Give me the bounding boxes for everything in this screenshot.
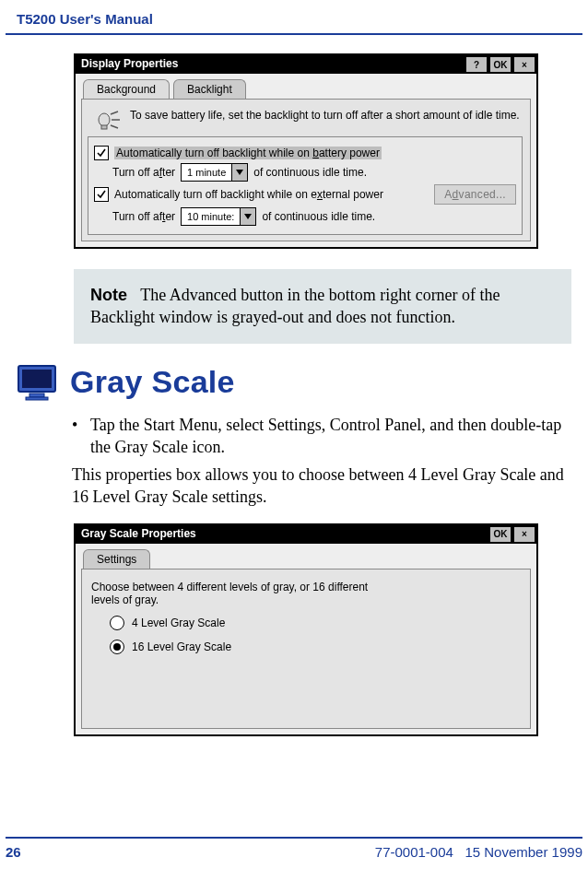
doc-id: 77-0001-004 15 November 1999: [375, 844, 582, 860]
battery-checkbox[interactable]: [94, 146, 109, 160]
backlight-options: Automatically turn off backlight while o…: [88, 136, 523, 235]
external-time-value: 10 minute:: [182, 211, 240, 222]
chevron-down-icon: [240, 208, 255, 225]
tab-strip: Settings: [76, 544, 536, 569]
external-idle-suffix: of continuous idle time.: [262, 210, 375, 223]
gray-scale-properties-window: Gray Scale Properties OK × Settings Choo…: [74, 523, 538, 736]
radio-group: 4 Level Gray Scale 16 Level Gray Scale: [110, 616, 523, 654]
ok-button[interactable]: OK: [489, 56, 512, 73]
svg-rect-1: [101, 125, 107, 129]
titlebar: Gray Scale Properties OK ×: [76, 525, 536, 544]
external-time-select[interactable]: 10 minute:: [181, 207, 256, 226]
radio-16-level[interactable]: [110, 640, 124, 654]
svg-point-0: [99, 113, 110, 126]
backlight-panel: To save battery life, set the backlight …: [81, 99, 531, 241]
section-heading: Gray Scale: [17, 364, 571, 401]
tab-background[interactable]: Background: [83, 79, 170, 99]
section-title: Gray Scale: [70, 364, 235, 400]
window-title: Gray Scale Properties: [76, 525, 488, 544]
display-properties-window: Display Properties ? OK × Background Bac…: [74, 53, 538, 249]
tab-settings[interactable]: Settings: [83, 549, 150, 569]
svg-rect-5: [26, 397, 48, 400]
advanced-button: Advanced...: [434, 184, 516, 205]
titlebar: Display Properties ? OK ×: [76, 55, 536, 74]
battery-turnoff-label: Turn off after: [112, 166, 175, 179]
battery-option-label: Automatically turn off backlight while o…: [114, 147, 382, 159]
body-paragraph: This properties box allows you to choose…: [72, 464, 571, 509]
help-button[interactable]: ?: [465, 56, 488, 73]
page-footer: 26 77-0001-004 15 November 1999: [6, 837, 582, 860]
battery-time-value: 1 minute: [182, 167, 231, 178]
ok-button[interactable]: OK: [489, 526, 512, 543]
settings-panel: Choose between 4 different levels of gra…: [81, 569, 531, 729]
bullet-dot: •: [72, 414, 79, 459]
svg-rect-4: [29, 393, 44, 397]
tab-backlight[interactable]: Backlight: [173, 79, 246, 99]
help-text: Choose between 4 different levels of gra…: [91, 581, 386, 606]
page-number: 26: [6, 844, 42, 860]
external-turnoff-label: Turn off after: [112, 210, 175, 223]
footer-rule: [6, 837, 582, 839]
close-button[interactable]: ×: [513, 526, 535, 543]
chevron-down-icon: [231, 164, 247, 181]
window-title: Display Properties: [76, 55, 465, 74]
lightbulb-icon: [95, 109, 121, 131]
close-button[interactable]: ×: [513, 56, 535, 73]
svg-rect-3: [22, 370, 52, 388]
radio-4-label: 4 Level Gray Scale: [132, 617, 225, 629]
note-label: Note: [90, 286, 127, 304]
battery-time-select[interactable]: 1 minute: [181, 163, 248, 182]
note-text: The Advanced button in the bottom right …: [90, 286, 500, 326]
radio-4-level[interactable]: [110, 616, 124, 630]
bullet-text: Tap the Start Menu, select Settings, Con…: [90, 414, 571, 459]
running-head: T5200 User's Manual: [17, 11, 571, 27]
monitor-icon: [17, 364, 57, 401]
external-checkbox[interactable]: [94, 187, 109, 202]
help-text: To save battery life, set the backlight …: [130, 109, 520, 122]
radio-16-label: 16 Level Gray Scale: [132, 640, 231, 653]
header-rule: [6, 33, 582, 35]
tab-strip: Background Backlight: [76, 74, 536, 99]
note-box: Note The Advanced button in the bottom r…: [74, 269, 571, 344]
bullet-item: • Tap the Start Menu, select Settings, C…: [72, 414, 571, 459]
battery-idle-suffix: of continuous idle time.: [253, 166, 367, 179]
external-option-label: Automatically turn off backlight while o…: [114, 188, 383, 201]
